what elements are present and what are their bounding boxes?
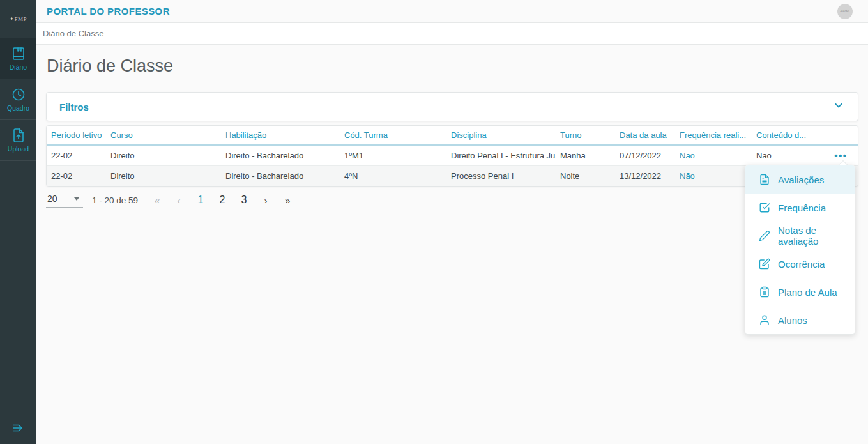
cell-cod-turma: 4ºN <box>340 165 446 186</box>
file-text-icon <box>759 174 770 185</box>
first-page-button[interactable]: « <box>146 195 168 206</box>
cell-turno: Noite <box>556 165 615 186</box>
pagination: 20 1 - 20 de 59 « ‹ 1 2 3 › » <box>46 189 858 211</box>
column-header-disciplina[interactable]: Disciplina <box>446 126 556 145</box>
clock-icon <box>11 87 26 102</box>
cell-frequencia: Não <box>675 145 752 165</box>
fmp-logo-icon: ✦ <box>10 16 14 22</box>
cell-cod-turma: 1ºM1 <box>340 145 446 165</box>
menu-item-label: Plano de Aula <box>778 287 837 298</box>
file-upload-icon <box>11 128 26 143</box>
classes-table: Período letivo Curso Habilitação Cód. Tu… <box>47 126 858 186</box>
frequencia-link[interactable]: Não <box>680 151 695 160</box>
cell-periodo: 22-02 <box>47 165 106 186</box>
user-icon <box>759 314 770 326</box>
menu-item-plano-de-aula[interactable]: Plano de Aula <box>745 278 855 306</box>
column-header-data-da-aula[interactable]: Data da aula <box>615 126 675 145</box>
menu-item-label: Avaliações <box>778 174 824 185</box>
last-page-button[interactable]: » <box>277 195 298 206</box>
page-button-3[interactable]: 3 <box>233 194 255 206</box>
menu-item-ocorrencia[interactable]: Ocorrência <box>745 250 855 278</box>
cell-frequencia: Não <box>675 165 752 186</box>
chevron-down-icon[interactable] <box>832 99 845 114</box>
avatar[interactable]: AVATAR <box>837 4 853 19</box>
row-actions-context-menu: Avaliações Frequência Notas de avaliação… <box>745 165 855 335</box>
table-row: 22-02 Direito Direito - Bacharelado 4ºN … <box>47 165 858 186</box>
column-header-habilitacao[interactable]: Habilitação <box>221 126 340 145</box>
avatar-placeholder-text: AVATAR <box>841 10 849 12</box>
menu-item-frequencia[interactable]: Frequência <box>745 194 855 222</box>
main-area: PORTAL DO PROFESSOR AVATAR Diário de Cla… <box>36 0 868 444</box>
cell-data-aula: 07/12/2022 <box>615 145 675 165</box>
column-header-periodo-letivo[interactable]: Período letivo <box>47 126 106 145</box>
page-size-select[interactable]: 20 <box>46 192 83 208</box>
clipboard-icon <box>759 286 770 298</box>
column-header-actions <box>822 126 858 145</box>
cell-turno: Manhã <box>556 145 615 165</box>
table-header-row: Período letivo Curso Habilitação Cód. Tu… <box>47 126 858 145</box>
prev-page-button[interactable]: ‹ <box>168 195 190 206</box>
column-header-turno[interactable]: Turno <box>556 126 615 145</box>
page-title: Diário de Classe <box>47 56 858 75</box>
menu-item-label: Notas de avaliação <box>778 225 855 247</box>
cell-habilitacao: Direito - Bacharelado <box>221 165 340 186</box>
pencil-icon <box>759 230 770 241</box>
column-header-frequencia[interactable]: Frequência reali... <box>675 126 752 145</box>
filters-title: Filtros <box>59 102 89 112</box>
sidebar-item-label: Upload <box>8 145 29 153</box>
topbar: PORTAL DO PROFESSOR AVATAR <box>36 0 868 23</box>
menu-item-label: Frequência <box>778 203 826 213</box>
cell-curso: Direito <box>106 165 221 186</box>
fmp-logo-text: FMP <box>15 16 27 22</box>
file-edit-icon <box>759 258 770 270</box>
exit-icon <box>11 420 26 436</box>
cell-disciplina: Processo Penal I <box>446 165 556 186</box>
cell-curso: Direito <box>106 145 221 165</box>
row-actions-button[interactable]: ••• <box>834 150 847 161</box>
page-button-2[interactable]: 2 <box>211 194 233 206</box>
breadcrumb: Diário de Classe <box>36 23 868 45</box>
content: Diário de Classe Filtros Período letivo … <box>36 45 868 444</box>
frequencia-link[interactable]: Não <box>680 171 695 181</box>
cell-data-aula: 13/12/2022 <box>615 165 675 186</box>
column-header-curso[interactable]: Curso <box>106 126 221 145</box>
sidebar-spacer <box>0 161 36 411</box>
table-row: 22-02 Direito Direito - Bacharelado 1ºM1… <box>47 145 858 165</box>
menu-item-label: Ocorrência <box>778 259 825 270</box>
cell-periodo: 22-02 <box>47 145 106 165</box>
menu-item-avaliacoes[interactable]: Avaliações <box>745 165 855 194</box>
breadcrumb-item[interactable]: Diário de Classe <box>43 29 103 38</box>
sidebar-item-upload[interactable]: Upload <box>0 120 36 161</box>
menu-item-label: Alunos <box>778 315 807 326</box>
column-header-cod-turma[interactable]: Cód. Turma <box>340 126 446 145</box>
sidebar-item-label: Quadro <box>7 104 29 112</box>
check-square-icon <box>759 202 770 213</box>
cell-habilitacao: Direito - Bacharelado <box>221 145 340 165</box>
filters-panel-header[interactable]: Filtros <box>46 92 858 121</box>
sidebar-item-label: Diário <box>10 63 27 71</box>
page-size-value: 20 <box>47 194 57 204</box>
page-button-1[interactable]: 1 <box>190 194 211 206</box>
sidebar: ✦ FMP Diário Quadro Upload <box>0 0 36 444</box>
fmp-logo: ✦ FMP <box>0 0 36 38</box>
select-caret-icon <box>74 197 79 201</box>
cell-disciplina: Direito Penal I - Estrutura Ju... <box>446 145 556 165</box>
column-header-conteudo[interactable]: Conteúdo d... <box>752 126 822 145</box>
classes-table-card: Período letivo Curso Habilitação Cód. Tu… <box>46 125 858 187</box>
menu-item-notas-de-avaliacao[interactable]: Notas de avaliação <box>745 222 855 250</box>
pager: « ‹ 1 2 3 › » <box>146 194 298 206</box>
book-icon <box>11 46 26 61</box>
menu-item-alunos[interactable]: Alunos <box>745 306 855 334</box>
cell-conteudo: Não <box>752 145 822 165</box>
pagination-range-label: 1 - 20 de 59 <box>92 195 138 205</box>
next-page-button[interactable]: › <box>255 195 277 206</box>
sidebar-item-quadro[interactable]: Quadro <box>0 79 36 120</box>
sidebar-collapse-button[interactable] <box>0 411 36 444</box>
app-title: PORTAL DO PROFESSOR <box>47 6 170 17</box>
sidebar-item-diario[interactable]: Diário <box>0 38 36 79</box>
